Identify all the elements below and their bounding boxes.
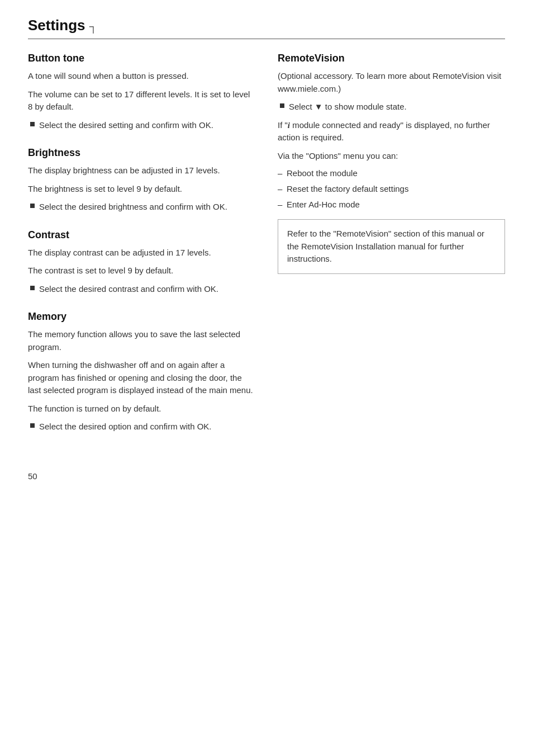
brightness-para-2: The brightness is set to level 9 by defa… (28, 183, 255, 196)
contrast-bullet-1: Select the desired contrast and confirm … (28, 283, 255, 296)
info-icon: i (288, 121, 290, 130)
remotevision-para-1: (Optional accessory. To learn more about… (278, 70, 505, 95)
contrast-para-1: The display contrast can be adjusted in … (28, 247, 255, 259)
page-title: Settings ┐ (28, 17, 97, 34)
brightness-para-1: The display brightness can be adjusted i… (28, 164, 255, 177)
info-box-text: Refer to the "RemoteVision" section of t… (287, 228, 496, 266)
section-title-button-tone: Button tone (28, 53, 255, 64)
bullet-icon (280, 103, 284, 108)
section-brightness: Brightness The display brightness can be… (28, 147, 255, 214)
dash-item-adhoc: Enter Ad-Hoc mode (278, 198, 505, 211)
bullet-text: Select ▼ to show module state. (289, 101, 407, 114)
section-title-contrast: Contrast (28, 229, 255, 241)
main-content: Button tone A tone will sound when a but… (28, 53, 505, 449)
brightness-bullet-1: Select the desired brightness and confir… (28, 201, 255, 214)
dash-item-reset: Reset the factory default settings (278, 182, 505, 196)
bullet-icon (30, 286, 35, 290)
bullet-text: Select the desired option and confirm wi… (39, 420, 212, 433)
bullet-icon (30, 423, 35, 428)
page-header: Settings ┐ (28, 17, 505, 39)
remotevision-bullet-1: Select ▼ to show module state. (278, 101, 505, 114)
bullet-icon (30, 204, 35, 208)
section-remotevision: RemoteVision (Optional accessory. To lea… (278, 53, 505, 274)
section-button-tone: Button tone A tone will sound when a but… (28, 53, 255, 131)
bullet-text: Select the desired contrast and confirm … (39, 283, 218, 296)
info-box: Refer to the "RemoteVision" section of t… (278, 219, 505, 274)
bullet-icon (30, 122, 35, 126)
title-arrow: ┐ (89, 20, 97, 32)
button-tone-para-2: The volume can be set to 17 different le… (28, 88, 255, 114)
section-contrast: Contrast The display contrast can be adj… (28, 229, 255, 296)
section-title-remotevision: RemoteVision (278, 53, 505, 64)
page-number: 50 (28, 471, 505, 481)
remotevision-options-intro: Via the "Options" menu you can: (278, 150, 505, 163)
dash-list: Reboot the module Reset the factory defa… (278, 167, 505, 211)
remotevision-body: If "i module connected and ready" is dis… (278, 119, 505, 144)
button-tone-bullet-1: Select the desired setting and confirm w… (28, 119, 255, 132)
bullet-text: Select the desired brightness and confir… (39, 201, 227, 214)
left-column: Button tone A tone will sound when a but… (28, 53, 255, 449)
right-column: RemoteVision (Optional accessory. To lea… (278, 53, 505, 449)
memory-para-2: When turning the dishwasher off and on a… (28, 359, 255, 397)
bullet-text: Select the desired setting and confirm w… (39, 119, 213, 132)
section-title-memory: Memory (28, 311, 255, 323)
section-memory: Memory The memory function allows you to… (28, 311, 255, 433)
contrast-para-2: The contrast is set to level 9 by defaul… (28, 264, 255, 277)
memory-para-3: The function is turned on by default. (28, 403, 255, 415)
dash-item-reboot: Reboot the module (278, 167, 505, 180)
section-title-brightness: Brightness (28, 147, 255, 159)
title-text: Settings (28, 17, 85, 34)
button-tone-para-1: A tone will sound when a button is press… (28, 70, 255, 83)
memory-para-1: The memory function allows you to save t… (28, 328, 255, 353)
memory-bullet-1: Select the desired option and confirm wi… (28, 420, 255, 433)
